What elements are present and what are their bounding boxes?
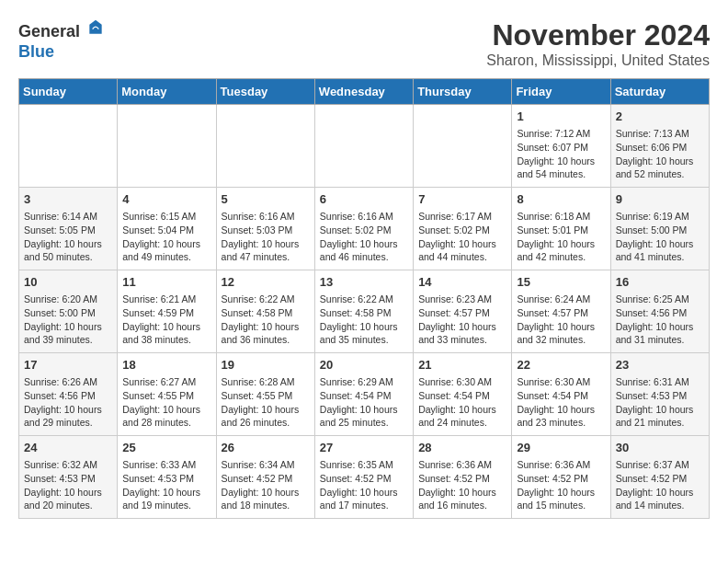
calendar-cell: 19Sunrise: 6:28 AMSunset: 4:55 PMDayligh… bbox=[216, 353, 314, 436]
day-number: 26 bbox=[222, 440, 310, 456]
sunset-text: Sunset: 4:53 PM bbox=[616, 389, 704, 403]
day-number: 20 bbox=[320, 357, 408, 373]
calendar-header-row: SundayMondayTuesdayWednesdayThursdayFrid… bbox=[19, 79, 710, 105]
daylight-text: Daylight: 10 hours and 28 minutes. bbox=[122, 403, 210, 430]
daylight-text: Daylight: 10 hours and 32 minutes. bbox=[517, 320, 605, 347]
day-number: 23 bbox=[616, 357, 704, 373]
calendar-cell: 15Sunrise: 6:24 AMSunset: 4:57 PMDayligh… bbox=[512, 270, 610, 353]
day-number: 12 bbox=[222, 274, 310, 291]
calendar-cell: 24Sunrise: 6:32 AMSunset: 4:53 PMDayligh… bbox=[19, 436, 118, 519]
daylight-text: Daylight: 10 hours and 14 minutes. bbox=[616, 486, 704, 512]
calendar-cell: 6Sunrise: 6:16 AMSunset: 5:02 PMDaylight… bbox=[314, 188, 413, 270]
daylight-text: Daylight: 10 hours and 52 minutes. bbox=[616, 155, 704, 181]
calendar-cell: 7Sunrise: 6:17 AMSunset: 5:02 PMDaylight… bbox=[414, 188, 512, 270]
logo-blue-text: Blue bbox=[18, 42, 54, 62]
day-number: 11 bbox=[122, 274, 210, 291]
daylight-text: Daylight: 10 hours and 17 minutes. bbox=[320, 486, 408, 512]
sunrise-text: Sunrise: 6:34 AM bbox=[222, 458, 310, 472]
sunrise-text: Sunrise: 6:31 AM bbox=[616, 375, 704, 389]
daylight-text: Daylight: 10 hours and 44 minutes. bbox=[418, 237, 506, 264]
day-number: 2 bbox=[616, 109, 704, 125]
day-number: 27 bbox=[320, 440, 408, 456]
calendar-week-5: 24Sunrise: 6:32 AMSunset: 4:53 PMDayligh… bbox=[19, 436, 710, 519]
sunset-text: Sunset: 4:58 PM bbox=[222, 306, 310, 320]
sunset-text: Sunset: 4:52 PM bbox=[616, 472, 704, 486]
sunset-text: Sunset: 4:56 PM bbox=[616, 306, 704, 320]
daylight-text: Daylight: 10 hours and 15 minutes. bbox=[517, 486, 605, 512]
daylight-text: Daylight: 10 hours and 38 minutes. bbox=[122, 320, 210, 347]
day-number: 9 bbox=[616, 191, 704, 208]
calendar-cell: 9Sunrise: 6:19 AMSunset: 5:00 PMDaylight… bbox=[610, 188, 709, 270]
day-number: 18 bbox=[122, 357, 210, 373]
calendar-week-4: 17Sunrise: 6:26 AMSunset: 4:56 PMDayligh… bbox=[19, 353, 710, 436]
sunrise-text: Sunrise: 6:26 AM bbox=[24, 375, 112, 389]
calendar-cell: 2Sunrise: 7:13 AMSunset: 6:06 PMDaylight… bbox=[610, 105, 709, 188]
calendar-cell bbox=[118, 105, 216, 188]
sunset-text: Sunset: 4:53 PM bbox=[24, 472, 112, 486]
sunrise-text: Sunrise: 6:36 AM bbox=[517, 458, 605, 472]
calendar-cell bbox=[19, 105, 118, 188]
day-number: 30 bbox=[616, 440, 704, 456]
sunrise-text: Sunrise: 6:16 AM bbox=[222, 210, 310, 224]
title-area: November 2024 Sharon, Mississippi, Unite… bbox=[486, 18, 710, 69]
sunrise-text: Sunrise: 6:23 AM bbox=[418, 293, 506, 306]
day-number: 6 bbox=[320, 191, 408, 208]
day-of-week-saturday: Saturday bbox=[610, 79, 709, 105]
sunset-text: Sunset: 5:03 PM bbox=[222, 224, 310, 237]
calendar-cell bbox=[216, 105, 314, 188]
sunset-text: Sunset: 5:00 PM bbox=[616, 224, 704, 237]
day-number: 17 bbox=[24, 357, 112, 373]
sunset-text: Sunset: 4:52 PM bbox=[517, 472, 605, 486]
sunrise-text: Sunrise: 6:36 AM bbox=[418, 458, 506, 472]
calendar-week-2: 3Sunrise: 6:14 AMSunset: 5:05 PMDaylight… bbox=[19, 188, 710, 270]
sunset-text: Sunset: 4:58 PM bbox=[320, 306, 408, 320]
day-number: 22 bbox=[517, 357, 605, 373]
calendar-week-1: 1Sunrise: 7:12 AMSunset: 6:07 PMDaylight… bbox=[19, 105, 710, 188]
sunrise-text: Sunrise: 6:15 AM bbox=[122, 210, 210, 224]
daylight-text: Daylight: 10 hours and 50 minutes. bbox=[24, 237, 112, 264]
calendar-cell: 16Sunrise: 6:25 AMSunset: 4:56 PMDayligh… bbox=[610, 270, 709, 353]
calendar-table: SundayMondayTuesdayWednesdayThursdayFrid… bbox=[18, 78, 710, 519]
day-number: 29 bbox=[517, 440, 605, 456]
sunrise-text: Sunrise: 6:29 AM bbox=[320, 375, 408, 389]
sunset-text: Sunset: 4:52 PM bbox=[222, 472, 310, 486]
daylight-text: Daylight: 10 hours and 23 minutes. bbox=[517, 403, 605, 430]
calendar-cell: 29Sunrise: 6:36 AMSunset: 4:52 PMDayligh… bbox=[512, 436, 610, 519]
sunrise-text: Sunrise: 6:20 AM bbox=[24, 293, 112, 306]
day-number: 3 bbox=[24, 191, 112, 208]
sunset-text: Sunset: 4:57 PM bbox=[418, 306, 506, 320]
logo-icon bbox=[86, 18, 105, 37]
calendar-cell: 28Sunrise: 6:36 AMSunset: 4:52 PMDayligh… bbox=[414, 436, 512, 519]
daylight-text: Daylight: 10 hours and 49 minutes. bbox=[122, 237, 210, 264]
logo-text: General bbox=[18, 18, 105, 42]
calendar-cell: 1Sunrise: 7:12 AMSunset: 6:07 PMDaylight… bbox=[512, 105, 610, 188]
sunrise-text: Sunrise: 6:28 AM bbox=[222, 375, 310, 389]
sunset-text: Sunset: 4:56 PM bbox=[24, 389, 112, 403]
sunset-text: Sunset: 4:52 PM bbox=[320, 472, 408, 486]
calendar-week-3: 10Sunrise: 6:20 AMSunset: 5:00 PMDayligh… bbox=[19, 270, 710, 353]
daylight-text: Daylight: 10 hours and 25 minutes. bbox=[320, 403, 408, 430]
daylight-text: Daylight: 10 hours and 36 minutes. bbox=[222, 320, 310, 347]
calendar-cell: 17Sunrise: 6:26 AMSunset: 4:56 PMDayligh… bbox=[19, 353, 118, 436]
day-of-week-thursday: Thursday bbox=[414, 79, 512, 105]
calendar-cell: 25Sunrise: 6:33 AMSunset: 4:53 PMDayligh… bbox=[118, 436, 216, 519]
day-of-week-friday: Friday bbox=[512, 79, 610, 105]
day-number: 8 bbox=[517, 191, 605, 208]
day-of-week-sunday: Sunday bbox=[19, 79, 118, 105]
sunset-text: Sunset: 5:05 PM bbox=[24, 224, 112, 237]
day-number: 5 bbox=[222, 191, 310, 208]
sunset-text: Sunset: 4:57 PM bbox=[517, 306, 605, 320]
daylight-text: Daylight: 10 hours and 54 minutes. bbox=[517, 155, 605, 181]
calendar-cell bbox=[314, 105, 413, 188]
sunset-text: Sunset: 4:55 PM bbox=[122, 389, 210, 403]
calendar-cell: 27Sunrise: 6:35 AMSunset: 4:52 PMDayligh… bbox=[314, 436, 413, 519]
day-number: 15 bbox=[517, 274, 605, 291]
day-number: 1 bbox=[517, 109, 605, 125]
sunset-text: Sunset: 4:59 PM bbox=[122, 306, 210, 320]
daylight-text: Daylight: 10 hours and 33 minutes. bbox=[418, 320, 506, 347]
calendar-cell: 10Sunrise: 6:20 AMSunset: 5:00 PMDayligh… bbox=[19, 270, 118, 353]
day-number: 28 bbox=[418, 440, 506, 456]
sunrise-text: Sunrise: 6:24 AM bbox=[517, 293, 605, 306]
daylight-text: Daylight: 10 hours and 20 minutes. bbox=[24, 486, 112, 512]
page-header: General Blue November 2024 Sharon, Missi… bbox=[18, 18, 710, 69]
